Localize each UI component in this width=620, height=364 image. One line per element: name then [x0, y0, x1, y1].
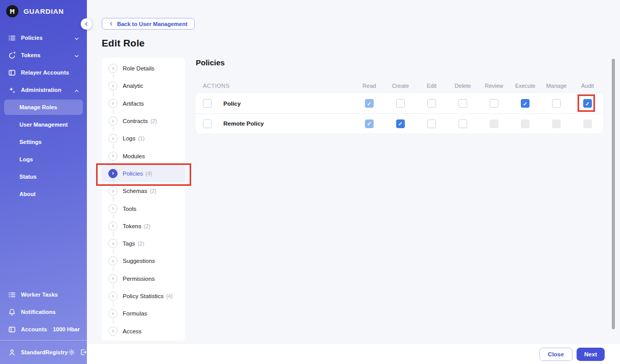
review-checkbox [490, 119, 498, 128]
step-item-role-details[interactable]: ›Role Details [102, 60, 185, 77]
sidebar-subitem-settings[interactable]: Settings [0, 133, 87, 151]
step-item-logs[interactable]: ›Logs(1) [102, 130, 185, 147]
step-label: Tokens [123, 223, 141, 229]
step-item-modules[interactable]: ›Modules [102, 147, 185, 164]
chevron-right-circle-icon: › [108, 99, 118, 108]
chevron-right-circle-icon: › [108, 204, 118, 213]
back-to-user-management-button[interactable]: Back to User Management [102, 18, 195, 30]
chevron-right-circle-icon: › [108, 292, 118, 301]
sparkle-icon [8, 86, 16, 94]
gear-icon[interactable] [68, 349, 75, 356]
step-item-contracts[interactable]: ›Contracts(2) [102, 112, 185, 130]
delete-checkbox[interactable] [458, 99, 467, 108]
step-item-policy-statistics[interactable]: ›Policy Statistics(4) [102, 287, 185, 305]
chevron-right-circle-icon: › [108, 81, 118, 90]
audit-checkbox[interactable]: ✓ [583, 99, 592, 108]
cell-delete [447, 119, 478, 128]
step-item-policies[interactable]: ›Policies(4) [102, 165, 185, 182]
sidebar-item-relayer-accounts[interactable]: Relayer Accounts [0, 64, 87, 81]
chevron-down-icon [74, 35, 80, 41]
user-row[interactable]: StandardRegistry [0, 341, 87, 364]
cell-read: ✓ [354, 99, 385, 108]
row-select-checkbox[interactable] [203, 99, 212, 108]
column-header-edit: Edit [416, 83, 447, 89]
sidebar-item-administration[interactable]: Administration [0, 81, 87, 99]
step-label: Access [123, 328, 142, 334]
cell-audit: ✓ [572, 99, 603, 108]
sidebar-item-policies[interactable]: Policies [0, 29, 87, 46]
review-checkbox[interactable] [490, 99, 498, 108]
step-item-permissions[interactable]: ›Permissions [102, 270, 185, 287]
step-item-analytic[interactable]: ›Analytic [102, 77, 185, 94]
sidebar-subitem-user-management[interactable]: User Management [0, 116, 87, 133]
execute-checkbox [521, 119, 530, 128]
chevron-right-circle-icon: › [108, 222, 118, 231]
nav-item-label: Tokens [21, 52, 40, 58]
step-item-schemas[interactable]: ›Schemas(2) [102, 182, 185, 200]
chevron-right-circle-icon: › [108, 169, 118, 178]
close-button[interactable]: Close [539, 348, 572, 361]
token-icon [8, 52, 16, 59]
sidebar-item-accounts[interactable]: Accounts1000 Hbar [0, 321, 87, 338]
nav-item-label: Worker Tasks [21, 292, 58, 298]
step-count: (4) [146, 171, 152, 177]
edit-checkbox[interactable] [427, 119, 436, 128]
step-count: (2) [150, 188, 156, 194]
cell-manage [541, 119, 572, 128]
step-item-formulas[interactable]: ›Formulas [102, 305, 185, 322]
vertical-scrollbar[interactable] [612, 59, 615, 329]
cell-review [478, 119, 510, 128]
hbar-balance-badge: 1000 Hbar [53, 326, 80, 332]
column-header-create: Create [385, 83, 416, 89]
step-item-suggestions[interactable]: ›Suggestions [102, 252, 185, 270]
sidebar-subitem-logs[interactable]: Logs [0, 151, 87, 168]
sidebar-subitem-manage-roles[interactable]: Manage Roles [4, 100, 83, 115]
app-logo: Ħ GUARDIAN [6, 5, 64, 17]
sidebar-item-worker-tasks[interactable]: Worker Tasks [0, 286, 87, 303]
cell-create: ✓ [385, 119, 416, 128]
row-select-checkbox[interactable] [203, 119, 212, 128]
execute-checkbox[interactable]: ✓ [521, 99, 530, 108]
sidebar-subitem-about[interactable]: About [0, 185, 87, 203]
step-label: Policy Statistics [123, 293, 164, 299]
sidebar-item-notifications[interactable]: Notifications [0, 303, 87, 321]
column-header-audit: Audit [572, 83, 603, 89]
delete-checkbox[interactable] [458, 119, 467, 128]
cell-edit [416, 119, 447, 128]
read-checkbox: ✓ [365, 119, 374, 128]
step-label: Schemas [123, 188, 147, 194]
manage-checkbox [552, 119, 561, 128]
logout-icon[interactable] [80, 349, 87, 356]
step-count: (2) [150, 118, 157, 124]
chevron-right-circle-icon: › [108, 116, 118, 126]
page: Ħ GUARDIAN PoliciesTokensRelayer Account… [0, 0, 620, 364]
sidebar: Ħ GUARDIAN PoliciesTokensRelayer Account… [0, 0, 87, 364]
footer-bar: Close Next [87, 344, 620, 364]
sidebar-subitem-status[interactable]: Status [0, 168, 87, 185]
step-item-artifacts[interactable]: ›Artifacts [102, 95, 185, 112]
chevron-right-circle-icon: › [108, 256, 118, 265]
sidebar-bottom-nav: Worker TasksNotificationsAccounts1000 Hb… [0, 286, 87, 338]
column-header-review: Review [478, 83, 510, 89]
step-item-tokens[interactable]: ›Tokens(2) [102, 217, 185, 235]
cell-execute: ✓ [510, 99, 541, 108]
step-item-tools[interactable]: ›Tools [102, 200, 185, 217]
step-item-tags[interactable]: ›Tags(2) [102, 235, 185, 252]
next-button[interactable]: Next [577, 348, 605, 361]
step-label: Policies [123, 171, 143, 177]
step-label: Modules [123, 153, 145, 159]
create-checkbox[interactable]: ✓ [396, 119, 405, 128]
create-checkbox[interactable] [396, 99, 405, 108]
sidebar-collapse-button[interactable] [81, 18, 92, 30]
cell-manage [541, 99, 572, 108]
column-header-manage: Manage [541, 83, 572, 89]
nav-item-label: Policies [21, 35, 42, 41]
nav-item-label: Accounts [21, 326, 47, 332]
step-label: Contracts [123, 118, 148, 124]
sidebar-item-tokens[interactable]: Tokens [0, 46, 87, 64]
step-item-access[interactable]: ›Access [102, 322, 185, 339]
step-label: Formulas [123, 310, 147, 317]
edit-checkbox[interactable] [427, 99, 436, 108]
step-label: Tools [123, 206, 136, 212]
manage-checkbox[interactable] [552, 99, 561, 108]
